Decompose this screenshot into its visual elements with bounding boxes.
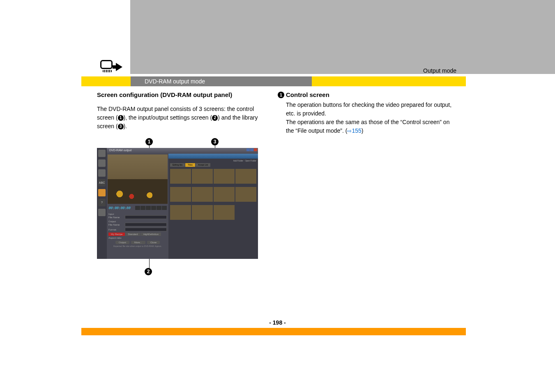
left-paragraph: The DVD-RAM output panel consists of 3 s… — [97, 105, 261, 131]
minimize-icon — [246, 148, 250, 151]
ss-expected-size: Expected file size when output to DVD-RA… — [108, 245, 167, 247]
ss-tab-standard: Standard — [125, 233, 140, 236]
ss-transport-btn — [135, 206, 140, 210]
page-number: - 198 - — [0, 319, 555, 326]
ss-preview — [108, 154, 168, 204]
ss-sidebar-icon-help: ? — [98, 199, 106, 206]
ss-settings: Input File Name Output File Name — [107, 211, 168, 249]
mode-icon — [100, 58, 129, 76]
ss-filename-label: File Name — [108, 216, 123, 219]
top-gray-bar — [130, 0, 555, 74]
close-icon — [254, 148, 257, 151]
callout-1: 1 — [145, 138, 153, 145]
ss-sidebar-icon-7 — [98, 209, 106, 216]
ss-transport-btn — [146, 206, 151, 210]
circled-1-inline: 1 — [118, 115, 124, 121]
ss-input-field — [125, 215, 167, 219]
ss-transport-btn — [162, 206, 167, 210]
ss-lib-tab-accept: Accept List — [196, 163, 210, 167]
ss-timeline: 00:00:00:00 — [107, 205, 168, 211]
section-title: DVD-RAM output mode — [131, 76, 312, 86]
ss-sidebar-icon-2 — [98, 159, 106, 167]
ss-tab-recipe: My Recipe — [108, 233, 125, 236]
ss-sidebar-icon-3 — [98, 169, 106, 177]
ss-btn-more: More... — [131, 241, 145, 244]
para-text-b: ), the input/output settings screen ( — [124, 114, 212, 121]
ss-thumb — [170, 187, 191, 204]
ss-transport-btn — [140, 206, 145, 210]
callout-3: 3 — [211, 138, 219, 145]
ss-control-panel: 00:00:00:00 — [107, 154, 168, 259]
right-para-1: The operation buttons for checking the v… — [286, 101, 458, 118]
callout-2: 2 — [145, 268, 152, 275]
arrow-right-icon — [116, 63, 122, 71]
ss-thumb — [235, 169, 256, 186]
para-text-d: ). — [124, 123, 127, 129]
circled-2-inline: 2 — [212, 115, 218, 121]
ss-sidebar: ABC ? — [97, 148, 107, 259]
page-ref-link[interactable]: 155 — [352, 127, 361, 134]
ss-thumb — [214, 187, 235, 204]
ss-library-panel: Add Folder Open Folder Editing kits Titl… — [168, 154, 258, 259]
ss-lib-tab-editing: Editing kits — [170, 163, 185, 167]
bottom-orange-bar — [81, 328, 466, 335]
right-para-2a: The operations are the same as those of … — [286, 119, 449, 134]
right-para-2c: ) — [362, 127, 364, 134]
circled-1-right: 1 — [278, 92, 284, 98]
ss-thumb — [235, 187, 256, 204]
section-band: DVD-RAM output mode — [81, 76, 466, 86]
ss-format-label: Format — [108, 228, 123, 231]
ss-titlebar: DVD-RAM output — [107, 148, 258, 154]
ss-thumb — [192, 169, 213, 186]
ss-transport-btn — [151, 206, 156, 210]
ss-output-field — [125, 223, 167, 226]
right-para-2: The operations are the same as those of … — [286, 118, 458, 135]
app-screenshot: ABC ? DVD-RAM output — [97, 148, 258, 259]
ss-sidebar-icon-abc: ABC — [98, 179, 106, 187]
right-heading-text: Control screen — [286, 91, 329, 98]
right-heading: 1 Control screen — [278, 91, 458, 98]
ss-timecode: 00:00:00:00 — [108, 206, 130, 210]
ss-thumbnails — [168, 167, 258, 259]
ss-btn-close: Close — [147, 241, 160, 244]
ss-thumb — [214, 169, 235, 186]
ss-transport-btn — [157, 206, 161, 210]
monitor-icon — [100, 60, 114, 74]
ss-btn-output: Output — [115, 241, 129, 244]
ss-lib-titlebar — [168, 154, 258, 159]
ss-lib-add: Add Folder — [233, 159, 243, 162]
ss-thumb — [192, 205, 213, 222]
ss-lib-toolbar: Add Folder Open Folder — [168, 159, 258, 163]
ss-lib-tab-titles: Titles — [185, 163, 195, 167]
ss-thumb — [192, 187, 213, 204]
maximize-icon — [250, 148, 253, 151]
ss-aspect-label: Aspect ratio — [108, 237, 123, 239]
ss-sidebar-icon-1 — [98, 150, 106, 157]
circled-3-inline: 3 — [118, 124, 124, 129]
ss-thumb — [170, 205, 191, 222]
ss-format-field — [125, 228, 167, 231]
left-heading: Screen configuration (DVD-RAM output pan… — [97, 91, 261, 98]
ss-thumb — [214, 205, 235, 222]
ss-lib-open: Open Folder — [245, 159, 256, 162]
ss-tab-hd: HighDefinition — [141, 233, 161, 236]
screenshot-figure: 1 3 ABC ? DVD-R — [97, 138, 261, 259]
ss-thumb — [170, 169, 191, 186]
ss-sidebar-icon-output — [98, 189, 106, 196]
ss-filename-label2: File Name — [108, 224, 123, 226]
link-arrow-icon: ⇨ — [347, 128, 352, 134]
output-mode-label: Output mode — [423, 67, 456, 74]
